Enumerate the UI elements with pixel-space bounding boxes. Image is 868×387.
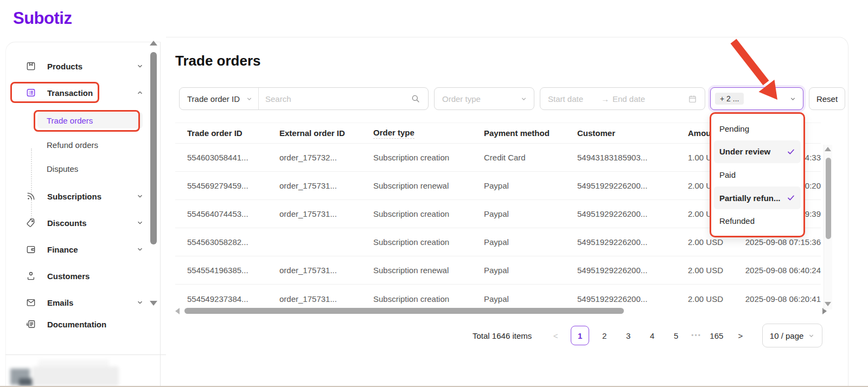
- cell-customer: 54951929226200...: [577, 200, 647, 228]
- sidebar-item-trade-orders[interactable]: Trade orders: [37, 112, 143, 128]
- chevron-down-icon: [136, 219, 144, 227]
- cell-payment-method: Credit Card: [484, 144, 526, 171]
- page-size-value: 10 / page: [770, 331, 804, 340]
- table-vertical-scrollbar[interactable]: [824, 145, 832, 309]
- page-size-select[interactable]: 10 / page: [762, 324, 823, 347]
- cell-trade-order-id: 554554196385...: [187, 256, 248, 284]
- sidebar-item-discounts[interactable]: Discounts: [20, 215, 145, 231]
- scroll-left-arrow[interactable]: [175, 308, 180, 314]
- sidebar-item-customers[interactable]: Customers: [20, 268, 145, 284]
- status-option-under-review[interactable]: Under review: [714, 140, 801, 164]
- page-button-1[interactable]: 1: [571, 326, 589, 345]
- brand-logo[interactable]: Subotiz: [13, 9, 72, 28]
- chevron-down-icon: [808, 332, 815, 339]
- option-label: Refunded: [719, 216, 755, 225]
- sidebar-item-label: Transaction: [47, 88, 136, 98]
- column-header-customer: Customer: [577, 123, 615, 143]
- user-profile-redacted[interactable]: [6, 358, 158, 386]
- column-header-external-order-id: External order ID: [279, 123, 345, 143]
- user-icon: [25, 270, 36, 281]
- sidebar-item-finance[interactable]: Finance: [20, 241, 145, 257]
- cell-payment-method: Paypal: [484, 200, 509, 228]
- end-date-input[interactable]: [612, 94, 659, 104]
- cell-external-order-id: order_175731...: [279, 200, 337, 228]
- prev-page-button[interactable]: <: [547, 326, 564, 345]
- sidebar-item-emails[interactable]: Emails: [20, 294, 145, 311]
- cell-payment-method: Paypal: [484, 228, 509, 256]
- sidebar-footer-divider: [5, 354, 166, 355]
- vertical-scrollbar-thumb[interactable]: [826, 158, 831, 239]
- search-icon[interactable]: [411, 94, 420, 104]
- column-header-payment-method: Payment method: [484, 123, 550, 143]
- scroll-down-arrow[interactable]: [825, 302, 831, 306]
- envelope-icon: [25, 297, 36, 308]
- horizontal-scrollbar-thumb[interactable]: [184, 308, 624, 314]
- page-button-2[interactable]: 2: [596, 326, 613, 345]
- search-field-selector[interactable]: Trade order ID: [180, 88, 259, 109]
- tag-icon: [25, 217, 36, 228]
- pagination: Total 1646 items < 1 2 3 4 5 ••• 165 > 1…: [473, 324, 839, 347]
- option-label: Partially refun...: [719, 194, 781, 203]
- option-label: Paid: [719, 170, 736, 179]
- calendar-icon: [688, 94, 697, 104]
- sidebar-item-documentation[interactable]: Documentation: [20, 316, 145, 332]
- check-icon: [787, 147, 795, 156]
- sidebar-scroll-up-arrow[interactable]: [150, 41, 157, 46]
- cell-customer: 54951929226200...: [577, 172, 647, 199]
- sidebar-item-label: Finance: [47, 245, 136, 254]
- status-option-paid[interactable]: Paid: [714, 163, 801, 186]
- search-field-selector-value: Trade order ID: [187, 94, 246, 104]
- date-range-arrow-icon: →: [601, 94, 609, 104]
- chevron-down-icon: [136, 192, 144, 200]
- next-page-button[interactable]: >: [732, 326, 749, 345]
- chevron-down-icon: [246, 95, 253, 102]
- chevron-down-icon: [520, 95, 527, 102]
- status-option-partially-refunded[interactable]: Partially refun...: [714, 186, 801, 210]
- cell-trade-order-id: 554563058282...: [187, 228, 248, 256]
- cell-payment-method: Paypal: [484, 256, 509, 284]
- sidebar-scrollbar-thumb[interactable]: [150, 52, 157, 244]
- date-range-picker[interactable]: →: [540, 87, 705, 110]
- sidebar-item-products[interactable]: Products: [20, 58, 145, 74]
- sidebar-item-subscriptions[interactable]: Subscriptions: [20, 188, 145, 204]
- column-header-trade-order-id: Trade order ID: [187, 123, 242, 143]
- status-dropdown-menu: Pending Under review Paid Partially refu…: [710, 112, 805, 237]
- sidebar-item-label: Refund orders: [47, 140, 98, 150]
- cell-order-type: Subscription creation: [373, 228, 449, 256]
- page-button-last[interactable]: 165: [708, 326, 725, 345]
- check-icon: [787, 194, 795, 202]
- cell-order-type: Subscription renewal: [373, 256, 449, 284]
- start-date-input[interactable]: [548, 94, 598, 104]
- pagination-ellipsis[interactable]: •••: [691, 332, 701, 339]
- order-type-select[interactable]: Order type: [434, 87, 534, 110]
- sidebar-item-label: Documentation: [47, 320, 145, 329]
- status-filter-select[interactable]: + 2 ...: [710, 87, 803, 110]
- table-horizontal-scrollbar[interactable]: [175, 307, 821, 314]
- status-option-pending[interactable]: Pending: [714, 117, 801, 140]
- trade-orders-screen: Subotiz Products Transaction Trade order…: [0, 0, 868, 387]
- page-button-3[interactable]: 3: [620, 326, 637, 345]
- status-option-refunded[interactable]: Refunded: [714, 209, 801, 233]
- sidebar-item-refund-orders[interactable]: Refund orders: [41, 137, 149, 153]
- status-filter-tag: + 2 ...: [715, 93, 744, 105]
- cell-trade-order-id: 554603058441...: [187, 144, 248, 171]
- sidebar-item-transaction[interactable]: Transaction: [20, 85, 145, 101]
- sidebar-item-disputes[interactable]: Disputes: [41, 160, 149, 177]
- cell-order-type: Subscription creation: [373, 144, 449, 171]
- cell-trade-order-id: 554569279459...: [187, 172, 248, 199]
- cell-external-order-id: order_175731...: [279, 256, 337, 284]
- sidebar-item-label: Trade orders: [47, 116, 93, 125]
- scroll-up-arrow[interactable]: [825, 147, 831, 151]
- sidebar-item-label: Subscriptions: [47, 192, 136, 201]
- page-button-4[interactable]: 4: [643, 326, 661, 345]
- column-header-order-type[interactable]: Order type: [373, 123, 414, 143]
- chevron-down-icon: [136, 246, 144, 253]
- chevron-down-icon: [789, 95, 796, 102]
- document-icon: [25, 319, 36, 330]
- sidebar-item-label: Products: [47, 62, 136, 71]
- search-input[interactable]: [259, 88, 411, 109]
- sidebar-scroll-down-arrow[interactable]: [150, 301, 157, 306]
- reset-button[interactable]: Reset: [809, 87, 845, 110]
- table-row[interactable]: 554554196385... order_175731... Subscrip…: [175, 256, 821, 285]
- page-button-5[interactable]: 5: [667, 326, 685, 345]
